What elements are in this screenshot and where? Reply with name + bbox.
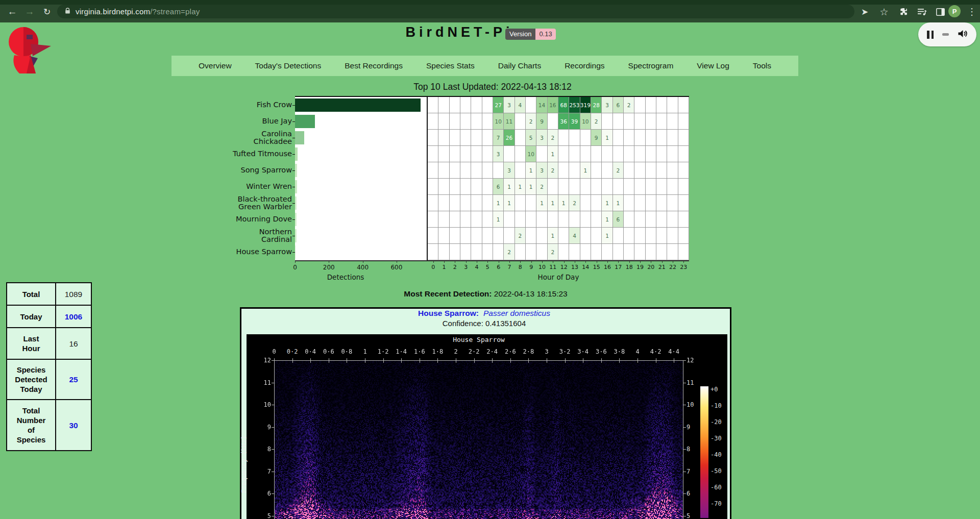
heatmap-cell [450,146,460,162]
heatmap-cell [613,130,624,146]
heatmap-cell [460,146,471,162]
profile-avatar[interactable]: P [948,5,961,17]
heatmap-cell: 7 [493,130,504,146]
spectrogram-time-ticklabel: 2·4 [486,348,498,355]
side-panel-icon[interactable] [934,6,946,18]
spectrogram-time-ticklabel: 0 [272,348,276,355]
stat-value[interactable]: 1006 [56,305,91,328]
heatmap-cell: 1 [580,162,591,179]
heatmap-cell: 1 [602,211,612,228]
heatmap-cell [536,146,547,162]
extensions-puzzle-icon[interactable] [897,6,910,18]
heatmap-cell [634,130,645,146]
hour-axis-ticklabel: 22 [669,264,676,270]
heatmap-cell [504,211,514,228]
heatmap-cell [678,211,689,228]
hour-axis-tick [651,261,651,263]
speaker-icon[interactable] [958,29,968,40]
share-icon[interactable]: ➤ [859,6,871,18]
address-bar[interactable]: virginia.birdnetpi.com/?stream=play [57,5,854,18]
heatmap-cell [678,244,689,260]
heatmap-cell: 6 [613,97,624,113]
spectrogram-time-ticklabel: 0·2 [287,348,298,355]
pause-icon[interactable] [927,31,934,39]
spectrogram-freq-tick-right [683,472,686,472]
heatmap-cell: 1 [504,195,514,211]
version-label: Version [505,29,535,40]
hour-axis-tick [585,261,586,263]
heatmap-cell: 39 [569,113,580,130]
heatmap-cell [613,113,624,130]
nav-item-best-recordings[interactable]: Best Recordings [345,61,403,70]
spectrogram-time-tick [383,358,384,363]
heatmap-cell [482,146,493,162]
heatmap-cell [471,113,482,130]
padlock-icon [64,7,71,16]
heatmap-cell [602,146,612,162]
seek-bar[interactable] [942,33,949,36]
heatmap-cell [624,211,634,228]
browser-reload-button[interactable]: ↻ [41,6,53,18]
spectrogram-freq-ticklabel-right: 8 [687,446,700,453]
heatmap-cell [667,211,678,228]
heatmap-cell: 3 [504,97,514,113]
heatmap-cell: 1 [536,195,547,211]
stat-value[interactable]: 30 [56,400,91,451]
nav-item-tools[interactable]: Tools [753,61,771,70]
heatmap-cell [580,211,591,228]
spectrogram-freq-ticklabel: 12 [258,357,271,364]
heatmap-cell [656,113,667,130]
nav-item-overview[interactable]: Overview [199,61,232,70]
browser-menu-icon[interactable]: ⋮ [966,6,978,18]
spectrogram-time-ticklabel: 1·8 [432,348,444,355]
spectrogram-right-spine [683,360,683,519]
media-playlist-icon[interactable] [916,6,928,18]
spectrogram-time-tick [365,358,365,363]
heatmap-cell [591,244,602,260]
heatmap-cell [624,146,634,162]
nav-item-spectrogram[interactable]: Spectrogram [628,61,674,70]
spectrogram-freq-ticklabel: 10 [258,401,271,408]
heatmap-cell [558,244,569,260]
heatmap-cell [624,162,634,179]
detections-bar [295,131,304,144]
heatmap-cell [428,244,438,260]
spectrogram-time-ticklabel: 0·8 [341,348,353,355]
spectrogram-time-tick [292,358,293,363]
heatmap-cell [428,113,438,130]
hour-axis-ticklabel: 4 [475,264,479,270]
heatmap-cell [678,97,689,113]
heatmap-cell [634,113,645,130]
heatmap-cell [493,244,504,260]
heatmap-cell [450,244,460,260]
nav-item-today-s-detections[interactable]: Today's Detections [255,61,322,70]
spectrogram-time-tick [420,358,420,363]
heatmap-cell [646,211,656,228]
browser-back-button[interactable]: ← [6,6,18,18]
hour-axis-tick [455,261,455,263]
nav-item-view-log[interactable]: View Log [697,61,729,70]
spectrogram-freq-tick-right [683,383,686,383]
spectrogram-time-ticklabel: 2·6 [505,348,516,355]
spectrogram-freq-ticklabel: 7 [258,468,271,475]
browser-forward-button[interactable]: → [23,6,36,18]
spectrogram-freq-ticklabel: 6 [258,490,271,497]
nav-item-species-stats[interactable]: Species Stats [426,61,475,70]
detection-species-name[interactable]: House Sparrow: [418,309,479,317]
nav-item-recordings[interactable]: Recordings [565,61,604,70]
audio-player[interactable] [918,22,976,46]
hour-axis-ticklabel: 6 [497,264,500,270]
stat-value[interactable]: 25 [56,359,91,400]
heatmap-cell [450,179,460,195]
bookmark-star-icon[interactable]: ☆ [878,6,890,18]
heatmap-cell [667,162,678,179]
heatmap-cell: 1 [602,228,612,244]
heatmap-cell [569,130,580,146]
heatmap-cell [678,195,689,211]
heatmap-cell: 6 [613,211,624,228]
heatmap-cell: 36 [558,113,569,130]
spectrogram-freq-tick-right [683,360,686,361]
nav-item-daily-charts[interactable]: Daily Charts [498,61,541,70]
heatmap-cell: 1 [602,130,612,146]
spectrogram-time-ticklabel: 2·2 [469,348,480,355]
